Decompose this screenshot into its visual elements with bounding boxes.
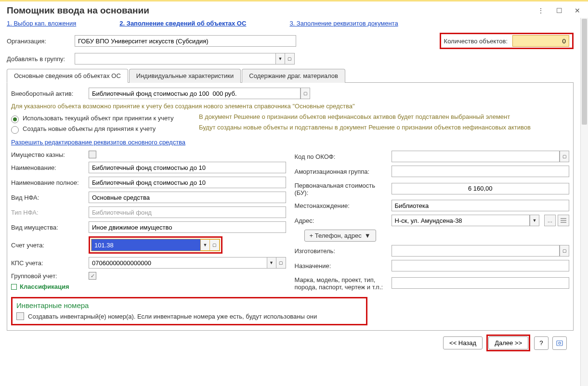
purpose-row: Назначение: [295,260,570,271]
open-icon[interactable]: ▢ [276,257,286,269]
left-column: Имущество казны: Наименование: Наименова… [11,151,286,294]
asset-label: Внеоборотный актив: [11,90,86,97]
main-content: 1. Выбор кап. вложения 2. Заполнение све… [0,18,580,386]
dropdown-icon[interactable]: ▼ [200,239,210,251]
nfa-type-label: Тип НФА: [11,209,86,216]
asset-input[interactable] [89,88,301,99]
fullname-label: Наименование полное: [11,179,86,186]
open-icon[interactable]: ▢ [210,239,220,251]
titlebar: Помощник ввода на основании ⋮ ☐ ✕ [0,1,588,18]
amort-input[interactable] [392,166,570,177]
nfa-row: Вид НФА: [11,192,286,203]
purpose-input[interactable] [392,260,570,271]
loc-input[interactable] [392,200,570,211]
account-label: Счет учета: [11,242,86,249]
kps-row: КПС учета: ▼ ▢ [11,257,286,269]
list-icon[interactable] [558,215,569,226]
add-group-input[interactable] [75,53,275,64]
tab-strip: Основные сведения об объектах ОС Индивид… [7,68,574,83]
amort-row: Амортизационная группа: [295,166,570,177]
radio-icon [11,126,19,134]
inventory-checkbox[interactable] [16,312,24,320]
tab-body: Внеоборотный актив: ▢ Для указанного объ… [7,83,574,331]
back-button[interactable]: << Назад [443,336,483,349]
dropdown-icon[interactable]: ▼ [530,215,539,226]
scrollbar[interactable] [580,18,588,386]
tab-materials[interactable]: Содержание драг. материалов [242,69,345,83]
next-button[interactable]: Далее >> [488,336,528,349]
open-icon[interactable]: ▢ [285,53,295,64]
radio-create-new-label: Создать новые объекты для принятия к уче… [23,125,156,132]
hint-text: Для указанного объекта возможно принятие… [11,103,569,110]
window: Помощник ввода на основании ⋮ ☐ ✕ 1. Выб… [0,1,588,386]
settings-icon[interactable] [552,336,567,350]
name-input[interactable] [89,162,286,173]
group-label: Групповой учет: [11,272,86,280]
kps-label: КПС учета: [11,259,86,267]
allow-edit-link[interactable]: Разрешить редактирование реквизитов осно… [11,139,185,146]
radio-section: Использовать текущий объект при принятии… [11,113,569,136]
scrollbar-thumb[interactable] [582,19,587,125]
add-group-combo: ▼ ▢ [75,53,295,64]
fullname-input[interactable] [89,177,286,188]
name-label: Наименование: [11,164,86,171]
desc-use-current: В документ Решение о признании объектов … [199,113,569,121]
nfa-input[interactable] [89,192,286,203]
help-button[interactable]: ? [534,336,549,350]
add-group-label: Добавлять в группу: [7,55,72,63]
group-row: Групповой учет: [11,272,286,280]
cost-input[interactable] [392,183,570,194]
nfa-type-input [89,206,286,218]
radio-descriptions: В документ Решение о признании объектов … [199,113,569,136]
classification-label: Классификация [20,283,69,290]
kps-input[interactable] [89,257,267,269]
svg-rect-3 [557,341,562,346]
add-group-row: Добавлять в группу: ▼ ▢ [7,53,574,64]
inventory-highlight-box: Инвентарные номера Создавать инвентарный… [11,297,367,325]
open-icon[interactable]: ▢ [560,245,569,257]
inventory-check-label: Создавать инвентарный(е) номер(а). Если … [28,313,317,320]
asset-row: Внеоборотный актив: ▢ [11,88,569,99]
maximize-icon[interactable]: ☐ [555,7,563,14]
treasury-row: Имущество казны: [11,151,286,158]
chevron-down-icon: ▼ [365,232,371,239]
account-input[interactable] [91,239,200,251]
qty-input[interactable] [512,35,569,47]
tab-individual[interactable]: Индивидуальные характеристики [129,69,241,83]
add-phone-button[interactable]: + Телефон, адрес▼ [304,230,376,242]
treasury-checkbox[interactable] [89,151,96,158]
wizard-steps: 1. Выбор кап. вложения 2. Заполнение све… [7,18,574,33]
model-input[interactable] [392,277,570,289]
okof-input[interactable] [392,151,560,162]
prop-label: Вид имущества: [11,224,86,231]
dropdown-icon[interactable]: ▼ [267,257,276,269]
step-2[interactable]: 2. Заполнение сведений об объектах ОС [119,20,246,27]
tab-main[interactable]: Основные сведения об объектах ОС [7,69,128,83]
phone-row: + Телефон, адрес▼ [295,230,570,242]
dropdown-icon[interactable]: ▼ [275,53,285,64]
window-buttons: ⋮ ☐ ✕ [537,7,581,14]
org-label: Организация: [7,38,72,45]
prop-row: Вид имущества: [11,221,286,233]
close-icon[interactable]: ✕ [574,7,581,14]
group-checkbox[interactable] [89,272,96,280]
addr-input[interactable] [392,215,530,226]
treasury-label: Имущество казны: [11,151,86,158]
radio-use-current[interactable]: Использовать текущий объект при принятии… [11,115,194,123]
maker-input[interactable] [392,245,560,257]
name-row: Наименование: [11,162,286,173]
classification-link[interactable]: Классификация [11,283,286,290]
open-icon[interactable]: ▢ [301,88,310,99]
menu-icon[interactable]: ⋮ [537,7,545,14]
prop-input[interactable] [89,221,286,233]
desc-create-new: Будут созданы новые объекты и подставлен… [199,123,569,132]
ellipsis-icon[interactable]: … [544,215,556,226]
svg-point-4 [559,342,561,344]
org-input[interactable] [75,35,296,47]
okof-row: Код по ОКОФ: ▢ [295,151,570,162]
radio-create-new[interactable]: Создать новые объекты для принятия к уче… [11,125,194,134]
inventory-title: Инвентарные номера [16,301,362,309]
step-3[interactable]: 3. Заполнение реквизитов документа [289,20,398,27]
step-1[interactable]: 1. Выбор кап. вложения [7,20,76,27]
open-icon[interactable]: ▢ [560,151,569,162]
